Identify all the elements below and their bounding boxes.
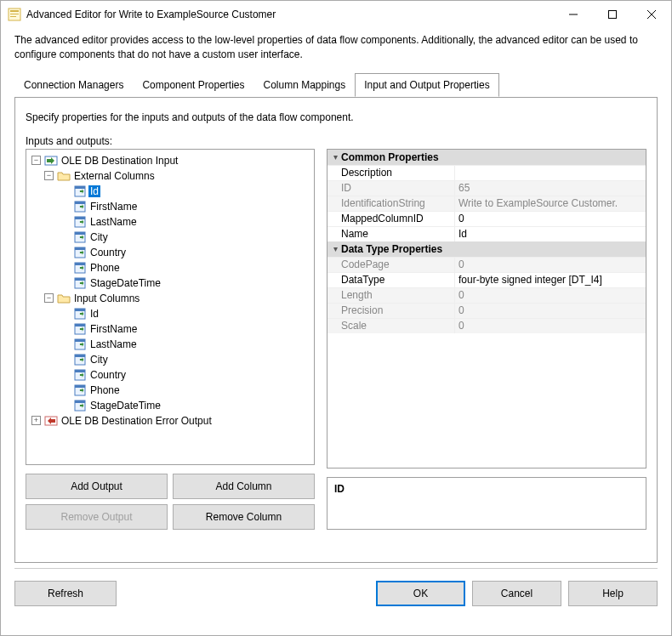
add-output-button[interactable]: Add Output bbox=[26, 474, 168, 499]
prop-key: Description bbox=[327, 166, 455, 180]
tab-row: Connection Managers Component Properties… bbox=[14, 73, 658, 98]
propgrid-row: Precision0 bbox=[327, 303, 646, 318]
remove-output-button: Remove Output bbox=[26, 504, 168, 530]
svg-rect-8 bbox=[609, 11, 617, 19]
tree-node-column[interactable]: Id bbox=[88, 308, 100, 320]
tree-node-column[interactable]: StageDateTime bbox=[88, 277, 162, 289]
tree-section-label: Inputs and outputs: bbox=[26, 135, 646, 147]
tree-expander[interactable]: − bbox=[31, 156, 41, 165]
prop-value: 65 bbox=[455, 181, 646, 196]
tree-node-column[interactable]: Phone bbox=[88, 262, 122, 274]
propgrid-row: Scale0 bbox=[327, 318, 646, 333]
io-tree[interactable]: − OLE DB Destination Input − External Co… bbox=[26, 149, 315, 465]
tree-node-column[interactable]: FirstName bbox=[88, 201, 139, 213]
prop-key: DataType bbox=[327, 273, 455, 287]
prop-value: 0 bbox=[455, 319, 646, 333]
tab-instruction: Specify properties for the inputs and ou… bbox=[26, 111, 646, 123]
column-icon bbox=[73, 399, 87, 412]
prop-value[interactable]: Id bbox=[455, 227, 646, 241]
tree-node-column[interactable]: Phone bbox=[88, 384, 122, 396]
tree-node-column[interactable]: Id bbox=[88, 185, 100, 197]
column-icon bbox=[73, 185, 87, 198]
propgrid-row: ID65 bbox=[327, 180, 646, 196]
folder-icon bbox=[57, 169, 71, 183]
prop-key: ID bbox=[327, 181, 455, 196]
tree-node-column[interactable]: StageDateTime bbox=[88, 400, 162, 412]
prop-key: IdentificationString bbox=[327, 196, 455, 211]
tree-node-column[interactable]: City bbox=[88, 231, 110, 243]
tree-node-column[interactable]: FirstName bbox=[88, 323, 139, 335]
column-icon bbox=[73, 200, 87, 213]
window-title: Advanced Editor for Write to ExampleSour… bbox=[26, 9, 554, 20]
column-icon bbox=[73, 246, 87, 259]
propgrid-row: CodePage0 bbox=[327, 257, 646, 272]
editor-description: The advanced editor provides access to t… bbox=[1, 28, 671, 72]
column-icon bbox=[73, 276, 87, 290]
prop-key: Scale bbox=[327, 319, 455, 333]
prop-value[interactable]: four-byte signed integer [DT_I4] bbox=[455, 273, 646, 287]
propgrid-row: IdentificationStringWrite to ExampleSour… bbox=[327, 196, 646, 211]
tab-connection-managers[interactable]: Connection Managers bbox=[14, 73, 133, 97]
tree-node-column[interactable]: LastName bbox=[88, 338, 139, 350]
close-button[interactable] bbox=[632, 1, 671, 28]
tree-node-column[interactable]: Country bbox=[88, 247, 128, 258]
refresh-button[interactable]: Refresh bbox=[14, 581, 117, 606]
prop-value: Write to ExampleSource Customer. bbox=[455, 196, 646, 211]
collapse-icon[interactable]: ▾ bbox=[329, 244, 341, 253]
propgrid-row[interactable]: NameId bbox=[327, 226, 646, 241]
tree-node-column[interactable]: Country bbox=[88, 369, 128, 381]
output-icon bbox=[44, 414, 58, 428]
tab-column-mappings[interactable]: Column Mappings bbox=[253, 73, 355, 97]
propgrid-row[interactable]: MappedColumnID0 bbox=[327, 211, 646, 226]
prop-value[interactable] bbox=[455, 166, 646, 180]
tree-node-destination-input[interactable]: OLE DB Destination Input bbox=[60, 155, 179, 167]
propgrid-section-datatype[interactable]: ▾ Data Type Properties bbox=[327, 241, 646, 257]
prop-key: Name bbox=[327, 227, 455, 241]
prop-value: 0 bbox=[455, 258, 646, 272]
column-icon bbox=[73, 368, 87, 382]
app-icon bbox=[8, 8, 21, 21]
help-button[interactable]: Help bbox=[568, 581, 658, 606]
propgrid-section-common[interactable]: ▾ Common Properties bbox=[327, 150, 646, 165]
input-icon bbox=[44, 154, 58, 168]
column-icon bbox=[73, 261, 87, 275]
prop-value[interactable]: 0 bbox=[455, 212, 646, 226]
prop-value: 0 bbox=[455, 304, 646, 318]
column-icon bbox=[73, 307, 87, 321]
tab-input-output-properties[interactable]: Input and Output Properties bbox=[355, 73, 498, 97]
collapse-icon[interactable]: ▾ bbox=[329, 152, 341, 162]
maximize-button[interactable] bbox=[593, 1, 632, 28]
tree-node-error-output[interactable]: OLE DB Destination Error Output bbox=[60, 415, 214, 427]
propgrid-row: Length0 bbox=[327, 287, 646, 303]
prop-key: Length bbox=[327, 288, 455, 303]
column-icon bbox=[73, 353, 87, 366]
column-icon bbox=[73, 383, 87, 397]
tree-expander[interactable]: + bbox=[31, 416, 41, 425]
propgrid-help: ID bbox=[327, 477, 646, 530]
property-grid[interactable]: ▾ Common Properties DescriptionID65Ident… bbox=[327, 149, 646, 468]
tab-component-properties[interactable]: Component Properties bbox=[133, 73, 253, 97]
tree-expander[interactable]: − bbox=[44, 171, 54, 180]
column-icon bbox=[73, 322, 87, 336]
prop-key: CodePage bbox=[327, 258, 455, 272]
tab-content: Specify properties for the inputs and ou… bbox=[14, 97, 658, 563]
propgrid-row[interactable]: Description bbox=[327, 165, 646, 180]
prop-key: Precision bbox=[327, 304, 455, 318]
cancel-button[interactable]: Cancel bbox=[472, 581, 561, 606]
column-icon bbox=[73, 230, 87, 244]
ok-button[interactable]: OK bbox=[376, 581, 465, 606]
column-icon bbox=[73, 338, 87, 351]
propgrid-row[interactable]: DataTypefour-byte signed integer [DT_I4] bbox=[327, 272, 646, 287]
tree-node-external-columns[interactable]: External Columns bbox=[72, 170, 157, 182]
titlebar: Advanced Editor for Write to ExampleSour… bbox=[1, 1, 671, 28]
add-column-button[interactable]: Add Column bbox=[173, 474, 315, 499]
tree-node-column[interactable]: LastName bbox=[88, 216, 139, 228]
tree-node-column[interactable]: City bbox=[88, 354, 110, 366]
folder-icon bbox=[57, 292, 71, 305]
tree-node-input-columns[interactable]: Input Columns bbox=[72, 292, 141, 304]
tree-expander[interactable]: − bbox=[44, 293, 54, 303]
prop-key: MappedColumnID bbox=[327, 212, 455, 226]
remove-column-button[interactable]: Remove Column bbox=[173, 504, 315, 530]
minimize-button[interactable] bbox=[554, 1, 593, 28]
column-icon bbox=[73, 215, 87, 229]
